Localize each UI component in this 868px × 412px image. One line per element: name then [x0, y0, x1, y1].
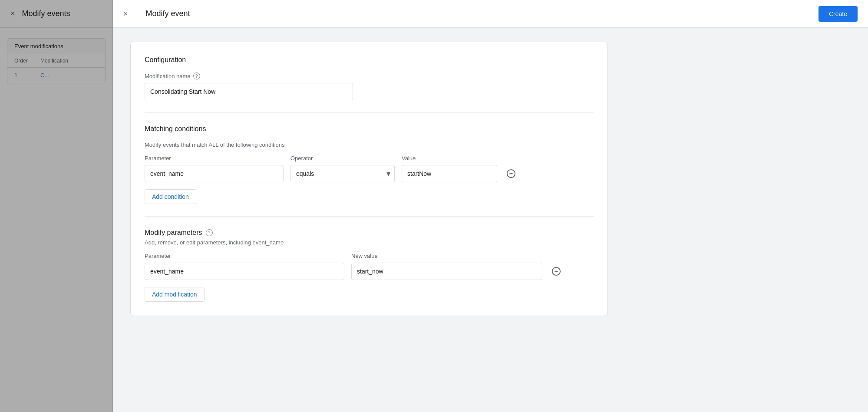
configuration-title: Configuration [145, 56, 594, 64]
modify-params-header: Modify parameters ? [145, 229, 594, 237]
modify-row-headers: Parameter New value [145, 253, 594, 259]
matching-conditions-title: Matching conditions [145, 125, 594, 133]
col-operator-label: Operator [290, 155, 395, 162]
condition-value-input[interactable] [402, 165, 497, 182]
condition-parameter-input[interactable] [145, 165, 284, 182]
modify-params-subtitle: Add, remove, or edit parameters, includi… [145, 239, 594, 246]
operator-select[interactable]: equals contains starts with ends with do… [290, 165, 395, 182]
create-button[interactable]: Create [818, 6, 858, 22]
header-divider [137, 8, 137, 20]
dialog-title: Modify event [146, 9, 190, 18]
section-divider-2 [145, 216, 594, 217]
conditions-subtitle: Modify events that match ALL of the foll… [145, 142, 594, 148]
modify-params-title: Modify parameters [145, 229, 202, 237]
modification-name-input[interactable] [145, 83, 353, 100]
remove-condition-button[interactable] [504, 167, 518, 181]
dialog-header: × Modify event Create [113, 0, 868, 28]
condition-row: equals contains starts with ends with do… [145, 165, 594, 182]
minus-circle-icon-2 [551, 267, 561, 276]
modify-parameter-row [145, 263, 594, 280]
minus-circle-icon [506, 169, 516, 178]
dialog-body: Configuration Modification name ? Matchi… [113, 28, 868, 412]
remove-modification-button[interactable] [549, 264, 563, 278]
col-param-wide-label: Parameter [145, 253, 344, 259]
modify-parameter-input[interactable] [145, 263, 344, 280]
operator-select-wrapper: equals contains starts with ends with do… [290, 165, 395, 182]
col-value-label: Value [402, 155, 497, 162]
add-modification-button[interactable]: Add modification [145, 287, 205, 302]
add-condition-button[interactable]: Add condition [145, 189, 196, 204]
configuration-card: Configuration Modification name ? Matchi… [130, 42, 608, 316]
section-divider-1 [145, 112, 594, 113]
modify-params-help-icon[interactable]: ? [206, 229, 213, 236]
condition-row-headers: Parameter Operator Value [145, 155, 594, 162]
dialog-close-icon[interactable]: × [123, 10, 128, 18]
modification-name-label: Modification name ? [145, 73, 594, 79]
col-newval-label: New value [351, 253, 542, 259]
modification-name-label-text: Modification name [145, 73, 191, 79]
modify-new-value-input[interactable] [351, 263, 542, 280]
modification-name-help-icon[interactable]: ? [193, 73, 200, 79]
dialog-header-left: × Modify event [123, 8, 190, 20]
col-param-label: Parameter [145, 155, 284, 162]
modify-event-dialog: × Modify event Create Configuration Modi… [113, 0, 868, 412]
